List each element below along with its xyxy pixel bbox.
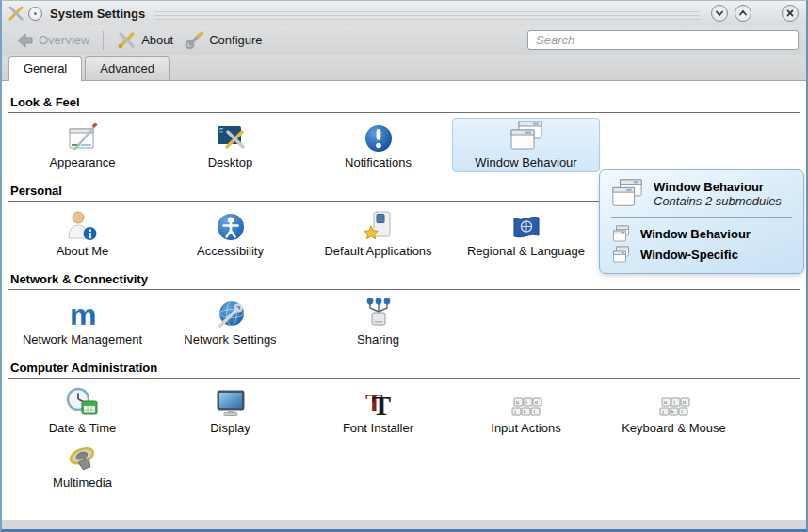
- toolbar-separator: [103, 31, 104, 50]
- notifications-icon: [364, 119, 394, 153]
- maximize-button[interactable]: [735, 5, 751, 22]
- svg-text:j: j: [513, 409, 515, 414]
- tab-advanced[interactable]: Advanced: [85, 56, 170, 80]
- tooltip-entry-label: Window-Specific: [640, 248, 738, 262]
- configure-button[interactable]: Configure: [179, 29, 267, 51]
- tools-icon: [8, 5, 24, 22]
- item-label: Default Applications: [324, 244, 431, 258]
- desktop-icon: [214, 119, 248, 153]
- tooltip-title: Window Behaviour: [654, 180, 782, 194]
- item-date-time[interactable]: Date & Time: [8, 383, 156, 438]
- sharing-icon: [363, 296, 395, 330]
- item-network-settings[interactable]: Network Settings: [156, 295, 304, 349]
- about-button[interactable]: About: [111, 29, 179, 51]
- configure-wrench-icon: [185, 31, 204, 49]
- svg-text:T: T: [372, 390, 391, 419]
- item-label: Font Installer: [343, 421, 413, 435]
- toolbar: Overview About Configure: [2, 25, 806, 55]
- about-tools-icon: [117, 31, 137, 49]
- item-label: Date & Time: [49, 421, 117, 435]
- item-label: Multimedia: [53, 476, 112, 490]
- window-specific-small-icon: [611, 246, 631, 263]
- titlebar-stripes: [154, 8, 700, 20]
- item-multimedia[interactable]: Multimedia: [8, 438, 156, 492]
- close-button[interactable]: [782, 5, 799, 22]
- item-notifications[interactable]: Notifications: [304, 118, 452, 172]
- item-label: Desktop: [208, 155, 253, 169]
- font-installer-icon: T T: [363, 384, 395, 419]
- back-arrow-icon: [15, 32, 34, 49]
- item-label: Network Settings: [184, 332, 276, 347]
- item-default-applications[interactable]: Default Applications: [304, 206, 452, 261]
- item-regional-language[interactable]: Regional & Language: [452, 206, 600, 261]
- tooltip-entry[interactable]: Window-Specific: [609, 244, 794, 265]
- svg-text:o: o: [535, 399, 538, 405]
- item-label: Accessibility: [197, 244, 264, 258]
- svg-text:i: i: [525, 399, 526, 405]
- svg-text:u: u: [516, 399, 519, 405]
- date-time-icon: [65, 384, 101, 419]
- settings-panel: Look & Feel Appearance: [2, 81, 806, 520]
- regional-language-icon: [509, 207, 543, 242]
- overview-button[interactable]: Overview: [9, 30, 95, 51]
- tooltip-subtitle: Contains 2 submodules: [654, 194, 782, 208]
- item-sharing[interactable]: Sharing: [304, 295, 452, 349]
- chevron-up-icon: [737, 8, 749, 19]
- item-label: Network Management: [23, 332, 142, 347]
- item-window-behaviour[interactable]: Window Behaviour: [452, 118, 600, 172]
- section-items-network: m Network Management: [8, 290, 800, 356]
- appearance-icon: [66, 119, 100, 153]
- display-icon: [214, 384, 248, 419]
- section-items-computer-admin: Date & Time: [8, 379, 800, 499]
- item-about-me[interactable]: About Me: [8, 206, 156, 261]
- tab-general[interactable]: General: [8, 56, 82, 81]
- accessibility-icon: [216, 207, 246, 242]
- module-tooltip: Window Behaviour Contains 2 submodules W…: [599, 169, 804, 274]
- configure-label: Configure: [209, 33, 262, 47]
- window-behaviour-icon: [609, 178, 645, 210]
- item-network-management[interactable]: m Network Management: [8, 295, 156, 349]
- item-label: Window Behaviour: [475, 155, 576, 169]
- item-label: Display: [210, 421, 250, 435]
- keyboard-icon: uio jkl: [509, 384, 543, 419]
- default-applications-icon: [363, 207, 395, 242]
- tooltip-entry[interactable]: Window Behaviour: [609, 223, 794, 244]
- section-header-computer-admin: Computer Administration: [8, 360, 800, 379]
- item-desktop[interactable]: Desktop: [156, 118, 304, 172]
- item-label: Input Actions: [491, 421, 560, 435]
- minimize-button[interactable]: [711, 5, 728, 22]
- item-input-actions[interactable]: uio jkl Input Actions: [452, 383, 600, 438]
- about-label: About: [141, 33, 173, 47]
- item-label: Notifications: [345, 155, 412, 169]
- about-me-icon: [66, 207, 100, 242]
- svg-text:l: l: [681, 409, 682, 414]
- item-display[interactable]: Display: [156, 383, 304, 438]
- svg-text:i: i: [673, 399, 674, 405]
- window-title: System Settings: [50, 7, 145, 21]
- svg-text:l: l: [533, 409, 534, 414]
- tooltip-entry-label: Window Behaviour: [640, 227, 751, 241]
- speaker-icon: [66, 439, 100, 474]
- item-label: Keyboard & Mouse: [622, 421, 726, 435]
- search-input[interactable]: [527, 30, 799, 50]
- close-icon: [784, 8, 796, 19]
- svg-text:j: j: [661, 409, 663, 414]
- system-settings-window: System Settings Overview: [0, 0, 808, 532]
- item-label: About Me: [57, 244, 109, 258]
- titlebar: System Settings: [2, 1, 806, 25]
- chevron-down-icon: [714, 8, 725, 19]
- item-accessibility[interactable]: Accessibility: [156, 206, 304, 261]
- keyboard-icon: uio jkl: [657, 384, 691, 419]
- svg-text:m: m: [70, 298, 96, 330]
- item-appearance[interactable]: Appearance: [8, 118, 156, 172]
- window-behaviour-icon: [508, 119, 545, 153]
- window-menu-button[interactable]: [28, 7, 42, 21]
- network-settings-icon: [215, 296, 247, 330]
- section-header-network: Network & Connectivity: [8, 271, 800, 290]
- item-keyboard-mouse[interactable]: uio jkl Keyboard & Mouse: [600, 383, 748, 438]
- tooltip-separator: [611, 217, 792, 218]
- section-header-look-feel: Look & Feel: [8, 94, 800, 113]
- svg-text:k: k: [671, 409, 674, 414]
- item-label: Regional & Language: [467, 244, 585, 258]
- item-font-installer[interactable]: T T Font Installer: [304, 383, 452, 438]
